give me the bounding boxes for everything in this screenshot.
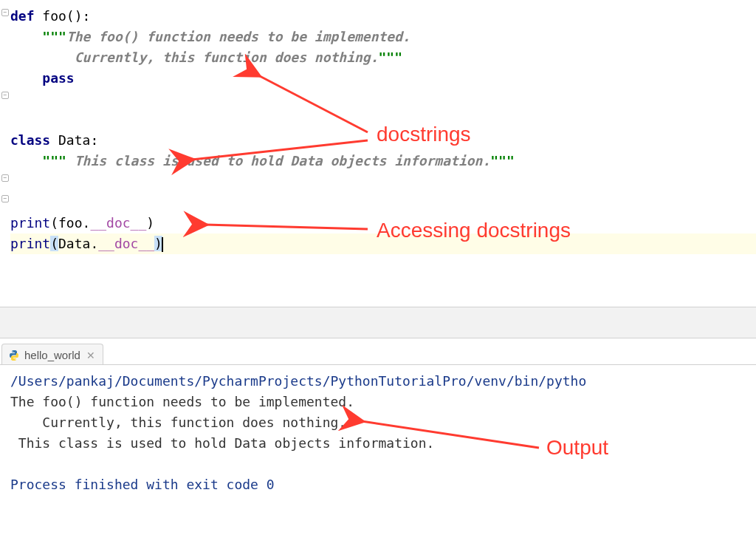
docstring-quote: """ [490, 153, 515, 168]
run-tab-hello-world[interactable]: hello_world ✕ [1, 344, 103, 364]
docstring-text: The foo() function needs to be implement… [66, 29, 410, 44]
console-stdout-line: The foo() function needs to be implement… [10, 392, 756, 412]
fold-marker-icon[interactable]: − [1, 174, 9, 182]
text-cursor [162, 237, 163, 252]
run-tab-bar: hello_world ✕ [0, 338, 756, 365]
console-blank-line [10, 454, 756, 474]
builtin-print: print [10, 236, 50, 251]
code-text: ) [146, 215, 154, 231]
console-output[interactable]: /Users/pankaj/Documents/PycharmProjects/… [0, 365, 756, 501]
close-icon[interactable]: ✕ [86, 350, 95, 361]
docstring-quote: """ [379, 50, 403, 65]
console-stdout-line: This class is used to hold Data objects … [10, 433, 756, 454]
code-line[interactable]: Currently, this function does nothing.""… [10, 47, 756, 68]
code-text: (foo. [50, 215, 90, 231]
docstring-quote: """ [42, 153, 66, 168]
code-line[interactable]: def foo(): [10, 6, 756, 27]
fold-marker-icon[interactable]: − [1, 9, 9, 16]
svg-point-4 [15, 358, 16, 359]
docstring-text: Currently, this function does nothing. [42, 50, 378, 65]
class-name: Data: [58, 132, 98, 148]
dunder-doc: __doc__ [90, 215, 146, 231]
docstring-text: This class is used to hold Data objects … [66, 153, 490, 168]
code-line[interactable] [10, 192, 756, 213]
annotation-output: Output [546, 437, 608, 458]
code-line[interactable] [10, 171, 756, 192]
editor-gutter: − − − − [0, 0, 10, 307]
keyword-pass: pass [42, 70, 74, 86]
annotation-accessing: Accessing docstrings [377, 219, 571, 242]
dunder-doc: __doc__ [98, 236, 154, 251]
code-line[interactable]: """The foo() function needs to be implem… [10, 27, 756, 47]
function-name: foo(): [42, 8, 90, 24]
console-exit-message: Process finished with exit code 0 [10, 474, 756, 495]
code-line[interactable]: pass [10, 68, 756, 89]
code-text: Data. [58, 236, 98, 251]
keyword-def: def [10, 8, 42, 24]
annotation-docstrings: docstrings [377, 123, 471, 146]
code-line[interactable]: """ This class is used to hold Data obje… [10, 151, 756, 171]
console-stdout-line: Currently, this function does nothing. [10, 412, 756, 433]
keyword-class: class [10, 132, 58, 148]
fold-marker-icon[interactable]: − [1, 92, 9, 99]
python-file-icon [8, 350, 20, 361]
code-line[interactable] [10, 89, 756, 109]
run-tab-label: hello_world [24, 349, 80, 361]
code-editor[interactable]: − − − − def foo(): """The foo() function… [0, 0, 756, 307]
panel-separator [0, 307, 756, 338]
console-exec-path: /Users/pankaj/Documents/PycharmProjects/… [10, 371, 756, 392]
docstring-quote: """ [42, 29, 66, 44]
paren-open: ( [50, 236, 58, 251]
fold-marker-icon[interactable]: − [1, 195, 9, 202]
svg-point-3 [12, 351, 13, 352]
builtin-print: print [10, 215, 50, 231]
